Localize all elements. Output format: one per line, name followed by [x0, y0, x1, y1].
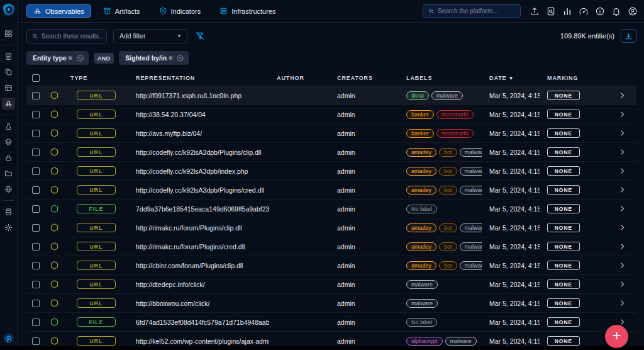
label-chip[interactable]: amadey [406, 167, 436, 176]
opencti-logo[interactable] [2, 3, 16, 16]
table-row[interactable]: URL http://avs.myftp.biz/04/ admin banke… [26, 123, 636, 142]
table-row[interactable]: URL http://codefly.cc/k92lsA3dpb/index.p… [26, 161, 636, 180]
account-icon[interactable] [628, 6, 638, 16]
label-chip[interactable]: amadey [406, 223, 436, 232]
table-row[interactable]: URL http://bboxwou.com/click/ admin malw… [26, 293, 636, 312]
table-row[interactable]: FILE 6fd74ad1533ef08d414fc579a71d71b4948… [26, 312, 636, 331]
label-chip[interactable]: amadey [406, 242, 436, 251]
filter-chip-sighted-by[interactable]: Sighted by/in = [119, 51, 189, 65]
results-search-input[interactable] [42, 33, 102, 40]
row-checkbox[interactable] [32, 300, 40, 307]
label-chip[interactable]: metamorfo [436, 110, 474, 119]
label-chip[interactable]: No label [406, 318, 437, 327]
sidebar-item-analyses[interactable] [2, 50, 15, 62]
row-checkbox[interactable] [32, 167, 40, 175]
row-checkbox[interactable] [32, 243, 40, 251]
table-row[interactable]: FILE 7dd9a37b6e185415eaca149d6069ff5a9ab… [26, 199, 636, 218]
label-chip[interactable]: malware [460, 167, 482, 176]
label-chip[interactable]: bot [439, 261, 457, 270]
row-expand[interactable] [582, 205, 636, 213]
label-chip[interactable]: No label [406, 205, 437, 213]
sidebar-item-cases[interactable] [2, 66, 15, 78]
insights-icon[interactable] [562, 6, 572, 16]
label-chip[interactable]: bot [439, 186, 457, 195]
label-chip[interactable]: banker [406, 110, 434, 119]
export-button[interactable] [621, 29, 636, 43]
label-chip[interactable]: alphacrypt [406, 337, 443, 346]
label-chip[interactable]: amadey [406, 186, 436, 195]
platform-search-input[interactable] [438, 8, 516, 14]
sidebar-item-threats[interactable] [2, 120, 15, 132]
label-chip[interactable]: dcrat [406, 91, 429, 100]
sidebar-item-techniques[interactable] [2, 152, 15, 164]
row-expand[interactable] [582, 91, 636, 99]
column-author[interactable]: AUTHOR [269, 75, 330, 81]
row-checkbox[interactable] [32, 337, 40, 345]
table-row[interactable]: URL http://cbinr.com/forum/Plugins/clip.… [26, 256, 636, 274]
close-circle-icon[interactable] [76, 54, 84, 62]
label-chip[interactable]: malware [460, 223, 482, 232]
file-search-icon[interactable] [546, 6, 556, 16]
add-button[interactable]: + [605, 325, 628, 348]
table-row[interactable]: URL http://codefly.cc/k92lsA3dpb/Plugins… [26, 180, 636, 199]
upload-icon[interactable] [530, 6, 540, 16]
row-expand[interactable] [582, 167, 636, 175]
table-row[interactable]: URL http://38.54.20.37/04/04 admin banke… [26, 104, 636, 123]
row-checkbox[interactable] [32, 92, 40, 99]
label-chip[interactable]: malware [406, 299, 438, 308]
table-row[interactable]: URL http://f0917371.xsph.ru/L1nc0In.php … [26, 86, 636, 104]
table-row[interactable]: URL http://codefly.cc/k92lsA3dpb/Plugins… [26, 142, 636, 161]
label-chip[interactable]: malware [406, 280, 438, 289]
label-chip[interactable]: bot [439, 148, 457, 157]
info-icon[interactable] [595, 6, 605, 16]
label-chip[interactable]: malware [460, 261, 482, 270]
label-chip[interactable]: amadey [406, 148, 436, 157]
label-chip[interactable]: bot [439, 223, 457, 232]
select-all-checkbox[interactable] [32, 74, 40, 82]
gauge-icon[interactable] [579, 6, 589, 16]
row-expand[interactable] [582, 223, 636, 232]
column-labels[interactable]: LABELS [399, 75, 482, 81]
row-expand[interactable] [582, 261, 636, 269]
row-checkbox[interactable] [32, 319, 40, 326]
tab-artifacts[interactable]: Artifacts [96, 4, 147, 18]
label-chip[interactable]: banker [406, 129, 434, 138]
sidebar-item-home[interactable] [2, 28, 15, 40]
row-expand[interactable] [582, 148, 636, 156]
column-creators[interactable]: CREATORS [330, 75, 399, 81]
row-checkbox[interactable] [32, 262, 40, 269]
add-filter-select[interactable]: Add filter [113, 29, 187, 43]
row-checkbox[interactable] [32, 281, 40, 288]
sidebar-item-events[interactable] [2, 82, 15, 94]
table-row[interactable]: URL http://rimakc.ru/forum/Plugins/cred.… [26, 237, 636, 256]
row-checkbox[interactable] [32, 130, 40, 137]
label-chip[interactable]: malware [431, 91, 463, 100]
row-checkbox[interactable] [32, 149, 40, 156]
row-expand[interactable] [582, 299, 636, 307]
column-type[interactable]: TYPE [63, 75, 128, 81]
label-chip[interactable]: malware [460, 242, 482, 251]
sidebar-item-locations[interactable] [2, 183, 15, 195]
row-expand[interactable] [582, 129, 636, 137]
notifications-bell-icon[interactable] [611, 6, 621, 16]
row-expand[interactable] [582, 280, 636, 288]
label-chip[interactable]: malware [445, 337, 477, 346]
row-expand[interactable] [582, 242, 636, 251]
column-date[interactable]: DATE ▼ [482, 75, 540, 81]
row-checkbox[interactable] [32, 224, 40, 232]
sidebar-item-observations[interactable] [2, 98, 15, 110]
tab-observables[interactable]: Observables [26, 4, 91, 18]
sidebar-item-data[interactable] [2, 206, 15, 218]
filigran-logo[interactable] [3, 332, 14, 344]
column-marking[interactable]: MARKING [540, 75, 582, 81]
label-chip[interactable]: malware [460, 148, 482, 157]
label-chip[interactable]: amadey [406, 261, 436, 270]
row-expand[interactable] [582, 110, 636, 118]
sidebar-item-entities[interactable] [2, 167, 15, 179]
row-checkbox[interactable] [32, 205, 40, 213]
close-circle-icon[interactable] [176, 54, 184, 62]
filter-chip-entity-type[interactable]: Entity type = [26, 51, 89, 65]
row-expand[interactable] [582, 186, 636, 194]
label-chip[interactable]: metamorfo [436, 129, 474, 138]
filter-off-icon[interactable] [195, 31, 205, 41]
